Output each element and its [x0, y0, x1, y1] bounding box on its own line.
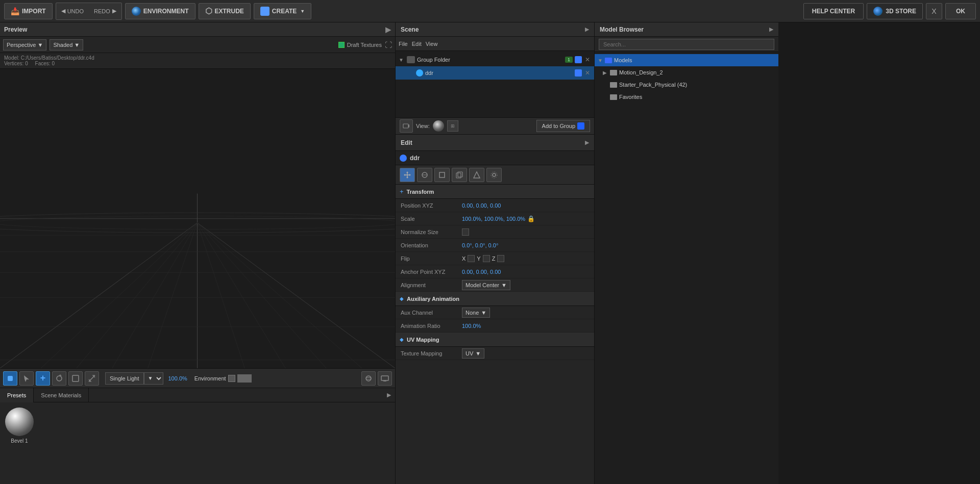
presets-expand-icon[interactable]: ▶ [383, 392, 395, 398]
aux-channel-label: Aux Channel [401, 310, 462, 316]
help-center-button[interactable]: HELP CENTER [803, 3, 864, 19]
viewport-display-icon[interactable] [378, 371, 392, 386]
view-grid-btn[interactable]: ⊞ [447, 120, 458, 132]
redo-button[interactable]: REDO ▶ [89, 3, 121, 19]
starter-pack-item[interactable]: Starter_Pack_Physical (42) [595, 79, 778, 91]
viewport-frame-tool[interactable] [68, 371, 83, 386]
aux-anim-section-header[interactable]: ◆ Auxiliary Animation [396, 292, 594, 306]
ddr-object-icon [416, 69, 423, 77]
search-input[interactable] [599, 39, 774, 50]
view-sphere-btn[interactable] [433, 120, 444, 132]
env-checkbox[interactable] [228, 375, 235, 382]
close-button[interactable]: X [926, 3, 942, 19]
uv-mapping-section-header[interactable]: ◆ UV Mapping [396, 333, 594, 347]
preview-expand-icon[interactable]: ▶ [385, 26, 391, 34]
perspective-select[interactable]: Perspective ▼ [3, 39, 46, 50]
undo-button[interactable]: ◀ UNDO [56, 3, 89, 19]
draft-textures-checkbox[interactable] [338, 42, 345, 48]
transform-section-header[interactable]: + Transform [396, 185, 594, 199]
models-label: Models [614, 57, 632, 63]
import-button[interactable]: 📥 IMPORT [4, 3, 53, 19]
uv-mapping-section-title: UV Mapping [407, 337, 439, 343]
group-badge: 1 [565, 57, 573, 63]
transform-tool-btn[interactable] [400, 168, 415, 182]
flip-y-checkbox[interactable] [483, 255, 490, 262]
ok-button[interactable]: OK [945, 3, 976, 19]
store-globe-icon [873, 7, 883, 16]
svg-marker-34 [406, 171, 408, 173]
move-icon [6, 374, 14, 383]
models-root-item[interactable]: ▼ Models [595, 54, 778, 66]
shaded-select[interactable]: Shaded ▼ [50, 39, 83, 50]
svg-rect-28 [381, 376, 388, 380]
create-button[interactable]: CREATE ▼ [254, 3, 311, 19]
scene-menu-file[interactable]: File [399, 41, 408, 47]
environment-button[interactable]: ENVIRONMENT [125, 3, 195, 19]
alignment-dropdown[interactable]: Model Center ▼ [462, 280, 510, 290]
3d-store-button[interactable]: 3D STORE [867, 3, 923, 19]
flip-z-checkbox[interactable] [497, 255, 504, 262]
light-select-group: Single Light ▼ [105, 372, 163, 385]
selected-object-row: ddr [396, 151, 594, 165]
favorites-item[interactable]: Favorites [595, 91, 778, 103]
flip-x-checkbox[interactable] [468, 255, 475, 262]
anim-ratio-value[interactable]: 100.0% [462, 323, 481, 329]
normalize-checkbox[interactable] [462, 228, 469, 236]
scene-menu-edit[interactable]: Edit [412, 41, 422, 47]
copy-tool-btn[interactable] [452, 168, 467, 182]
group-folder-item[interactable]: ▼ Group Folder 1 ✕ [396, 53, 594, 66]
view-controls: View: ⊞ Add to Group [396, 117, 594, 135]
motion-design-item[interactable]: ▶ Motion_Design_2 [595, 66, 778, 79]
viewport-canvas[interactable] [0, 69, 395, 368]
camera-view-btn[interactable] [400, 119, 413, 133]
edit-expand-icon[interactable]: ▶ [585, 139, 589, 146]
camera-icon [403, 122, 410, 130]
viewport-add-tool[interactable]: + [36, 371, 50, 386]
folder-visibility-btn[interactable] [575, 56, 582, 63]
group-folder-label: Group Folder [417, 57, 563, 63]
orientation-value[interactable]: 0.0°, 0.0°, 0.0° [462, 242, 498, 248]
viewport-panel: Preview ▶ Perspective ▼ Shaded ▼ Draft T… [0, 22, 396, 484]
edit-tab[interactable]: Edit [401, 139, 412, 146]
viewport-orbit-icon[interactable] [361, 371, 376, 386]
aux-channel-dropdown[interactable]: None ▼ [462, 308, 490, 318]
flip-x-label: X [462, 256, 465, 262]
anchor-row: Anchor Point XYZ 0.00, 0.00, 0.00 [396, 265, 594, 278]
shading-icon [473, 171, 481, 179]
presets-header: Presets Scene Materials ▶ [0, 388, 395, 402]
scene-materials-tab[interactable]: Scene Materials [34, 388, 89, 402]
vertices-info: Vertices: 0 Faces: 0 [4, 61, 391, 66]
env-swatch[interactable] [237, 374, 252, 383]
create-icon [260, 7, 270, 16]
texture-mapping-row: Texture Mapping UV ▼ [396, 347, 594, 360]
bevel1-material[interactable]: Bevel 1 [5, 407, 34, 444]
viewport-move-tool[interactable] [3, 371, 17, 386]
position-value[interactable]: 0.00, 0.00, 0.00 [462, 202, 501, 209]
viewport-resize-tool[interactable] [85, 371, 99, 386]
scene-menu-view[interactable]: View [426, 41, 438, 47]
add-to-group-button[interactable]: Add to Group [536, 120, 590, 132]
orientation-row: Orientation 0.0°, 0.0°, 0.0° [396, 239, 594, 252]
shading-tool-btn[interactable] [469, 168, 484, 182]
light-dropdown[interactable]: ▼ [144, 372, 163, 385]
geometry-tool-btn[interactable] [434, 168, 450, 182]
extrude-button[interactable]: ⬡ EXTRUDE [199, 3, 251, 19]
texture-mapping-dropdown[interactable]: UV ▼ [462, 348, 484, 359]
ddr-visibility-btn[interactable] [575, 69, 582, 77]
anchor-value[interactable]: 0.00, 0.00, 0.00 [462, 269, 501, 275]
settings-tool-btn[interactable] [486, 168, 502, 182]
edit-panel: Edit ▶ ddr [396, 135, 594, 484]
maximize-button[interactable]: ⛶ [385, 41, 392, 49]
viewport-rotate-tool[interactable] [52, 371, 66, 386]
scene-expand-icon[interactable]: ▶ [585, 26, 589, 33]
ddr-close-btn[interactable]: ✕ [584, 69, 591, 77]
folder-close-btn[interactable]: ✕ [584, 56, 591, 63]
ddr-object-item[interactable]: ddr ✕ [396, 66, 594, 80]
material-tool-btn[interactable] [417, 168, 432, 182]
presets-tab[interactable]: Presets [0, 388, 34, 402]
viewport-select-tool[interactable] [19, 371, 34, 386]
model-browser-expand-icon[interactable]: ▶ [769, 26, 773, 33]
3d-grid-canvas [0, 69, 395, 368]
scale-value[interactable]: 100.0%, 100.0%, 100.0% [462, 216, 525, 222]
scale-lock-icon[interactable]: 🔒 [527, 215, 535, 222]
